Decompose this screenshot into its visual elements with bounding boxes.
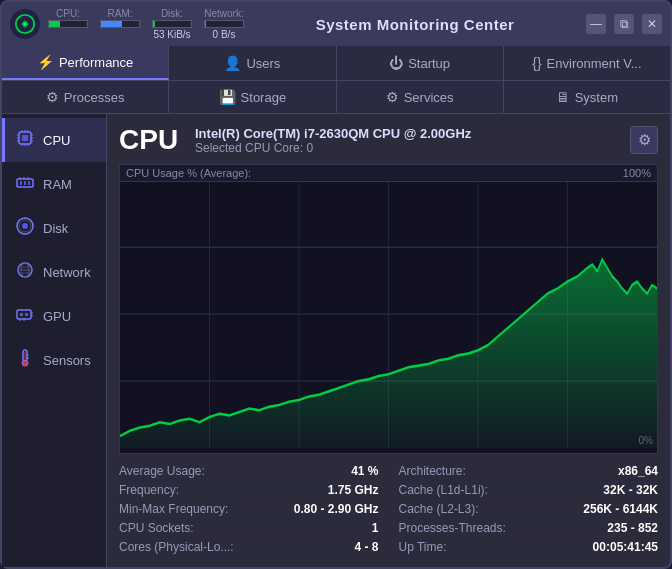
cpu-sidebar-icon bbox=[15, 128, 35, 152]
sidebar: CPU RAM bbox=[2, 114, 107, 567]
cores-key: Cores (Physical-Lo...: bbox=[119, 540, 234, 554]
chart-header: CPU Usage % (Average): 100% bbox=[120, 165, 657, 182]
tab-services[interactable]: ⚙ Services bbox=[337, 81, 504, 113]
uptime-key: Up Time: bbox=[399, 540, 447, 554]
freq-val: 1.75 GHz bbox=[328, 483, 379, 497]
stat-row-freq: Frequency: 1.75 GHz bbox=[119, 481, 379, 500]
disk-bar-fill bbox=[153, 21, 155, 27]
arch-key: Architecture: bbox=[399, 464, 466, 478]
network-stat-bar bbox=[204, 20, 244, 28]
stat-row-uptime: Up Time: 00:05:41:45 bbox=[399, 538, 659, 557]
chart-svg bbox=[120, 182, 657, 448]
ram-stat: RAM: bbox=[100, 8, 140, 40]
disk-sidebar-icon bbox=[15, 216, 35, 240]
disk-stat-value: 53 KiB/s bbox=[153, 29, 190, 40]
network-stat: Network: 0 B/s bbox=[204, 8, 244, 40]
sidebar-disk-label: Disk bbox=[43, 221, 68, 236]
chart-min: 0% bbox=[639, 435, 653, 446]
titlebar: CPU: RAM: Disk: 53 KiB/s Network: bbox=[2, 2, 670, 46]
cpu-stat-label: CPU: bbox=[56, 8, 80, 19]
network-stat-value: 0 B/s bbox=[213, 29, 236, 40]
sidebar-ram-label: RAM bbox=[43, 177, 72, 192]
sockets-val: 1 bbox=[372, 521, 379, 535]
tab-system[interactable]: 🖥 System bbox=[504, 81, 670, 113]
sockets-key: CPU Sockets: bbox=[119, 521, 194, 535]
tab-environment-label: Environment V... bbox=[547, 56, 642, 71]
sidebar-cpu-label: CPU bbox=[43, 133, 70, 148]
ram-stat-bar bbox=[100, 20, 140, 28]
minmax-val: 0.80 - 2.90 GHz bbox=[294, 502, 379, 516]
panel-header: CPU Intel(R) Core(TM) i7-2630QM CPU @ 2.… bbox=[119, 124, 658, 156]
tab-startup-label: Startup bbox=[408, 56, 450, 71]
cpu-core: Selected CPU Core: 0 bbox=[195, 141, 630, 155]
chart-label: CPU Usage % (Average): bbox=[126, 167, 251, 179]
network-sidebar-icon bbox=[15, 260, 35, 284]
stat-row-cache-l1: Cache (L1d-L1i): 32K - 32K bbox=[399, 481, 659, 500]
tab-system-label: System bbox=[575, 90, 618, 105]
cpu-stat: CPU: bbox=[48, 8, 88, 40]
cache-l1-val: 32K - 32K bbox=[603, 483, 658, 497]
freq-key: Frequency: bbox=[119, 483, 179, 497]
tab-startup[interactable]: ⏻ Startup bbox=[337, 46, 504, 80]
nav-row-1: ⚡ Performance 👤 Users ⏻ Startup {} Envir… bbox=[2, 46, 670, 81]
sidebar-item-network[interactable]: Network bbox=[2, 250, 106, 294]
main-panel: CPU Intel(R) Core(TM) i7-2630QM CPU @ 2.… bbox=[107, 114, 670, 567]
sensors-sidebar-icon bbox=[15, 348, 35, 372]
svg-point-24 bbox=[22, 223, 28, 229]
sidebar-item-ram[interactable]: RAM bbox=[2, 162, 106, 206]
sidebar-item-gpu[interactable]: GPU bbox=[2, 294, 106, 338]
sidebar-item-sensors[interactable]: Sensors bbox=[2, 338, 106, 382]
stats-grid: Average Usage: 41 % Frequency: 1.75 GHz … bbox=[119, 462, 658, 557]
svg-point-40 bbox=[22, 360, 28, 366]
system-icon: 🖥 bbox=[556, 89, 570, 105]
cpu-chart: CPU Usage % (Average): 100% bbox=[119, 164, 658, 454]
minmax-key: Min-Max Frequency: bbox=[119, 502, 228, 516]
maximize-button[interactable]: ⧉ bbox=[614, 14, 634, 34]
cores-val: 4 - 8 bbox=[354, 540, 378, 554]
sidebar-item-disk[interactable]: Disk bbox=[2, 206, 106, 250]
sidebar-network-label: Network bbox=[43, 265, 91, 280]
svg-rect-19 bbox=[28, 181, 30, 185]
network-bar-fill bbox=[205, 21, 206, 27]
avg-val: 41 % bbox=[351, 464, 378, 478]
nav-row-2: ⚙ Processes 💾 Storage ⚙ Services 🖥 Syste… bbox=[2, 81, 670, 114]
stat-row-sockets: CPU Sockets: 1 bbox=[119, 519, 379, 538]
sidebar-item-cpu[interactable]: CPU bbox=[2, 118, 106, 162]
tab-performance-label: Performance bbox=[59, 55, 133, 70]
tab-performance[interactable]: ⚡ Performance bbox=[2, 46, 169, 80]
svg-point-1 bbox=[23, 22, 27, 26]
ram-stat-label: RAM: bbox=[108, 8, 133, 19]
window-title: System Monitoring Center bbox=[252, 16, 578, 33]
close-button[interactable]: ✕ bbox=[642, 14, 662, 34]
processes-val: 235 - 852 bbox=[607, 521, 658, 535]
stat-row-cores: Cores (Physical-Lo...: 4 - 8 bbox=[119, 538, 379, 557]
chart-body: 0% bbox=[120, 182, 657, 448]
tab-storage[interactable]: 💾 Storage bbox=[169, 81, 336, 113]
titlebar-stats: CPU: RAM: Disk: 53 KiB/s Network: bbox=[48, 8, 244, 40]
disk-stat: Disk: 53 KiB/s bbox=[152, 8, 192, 40]
cpu-bar-fill bbox=[49, 21, 60, 27]
stat-row-avg: Average Usage: 41 % bbox=[119, 462, 379, 481]
disk-stat-label: Disk: bbox=[161, 8, 183, 19]
tab-services-label: Services bbox=[404, 90, 454, 105]
performance-icon: ⚡ bbox=[37, 54, 54, 70]
tab-users[interactable]: 👤 Users bbox=[169, 46, 336, 80]
chart-max: 100% bbox=[623, 167, 651, 179]
settings-button[interactable]: ⚙ bbox=[630, 126, 658, 154]
sidebar-gpu-label: GPU bbox=[43, 309, 71, 324]
svg-rect-39 bbox=[25, 352, 26, 359]
svg-rect-32 bbox=[20, 313, 23, 316]
svg-rect-18 bbox=[24, 181, 26, 185]
users-icon: 👤 bbox=[224, 55, 241, 71]
arch-val: x86_64 bbox=[618, 464, 658, 478]
gpu-sidebar-icon bbox=[15, 304, 35, 328]
cpu-info: Intel(R) Core(TM) i7-2630QM CPU @ 2.00GH… bbox=[195, 126, 630, 155]
tab-processes[interactable]: ⚙ Processes bbox=[2, 81, 169, 113]
tab-users-label: Users bbox=[246, 56, 280, 71]
tab-storage-label: Storage bbox=[241, 90, 287, 105]
minimize-button[interactable]: — bbox=[586, 14, 606, 34]
stat-row-cache-l2: Cache (L2-L3): 256K - 6144K bbox=[399, 500, 659, 519]
stat-row-minmax: Min-Max Frequency: 0.80 - 2.90 GHz bbox=[119, 500, 379, 519]
cache-l2-val: 256K - 6144K bbox=[583, 502, 658, 516]
tab-environment[interactable]: {} Environment V... bbox=[504, 46, 670, 80]
